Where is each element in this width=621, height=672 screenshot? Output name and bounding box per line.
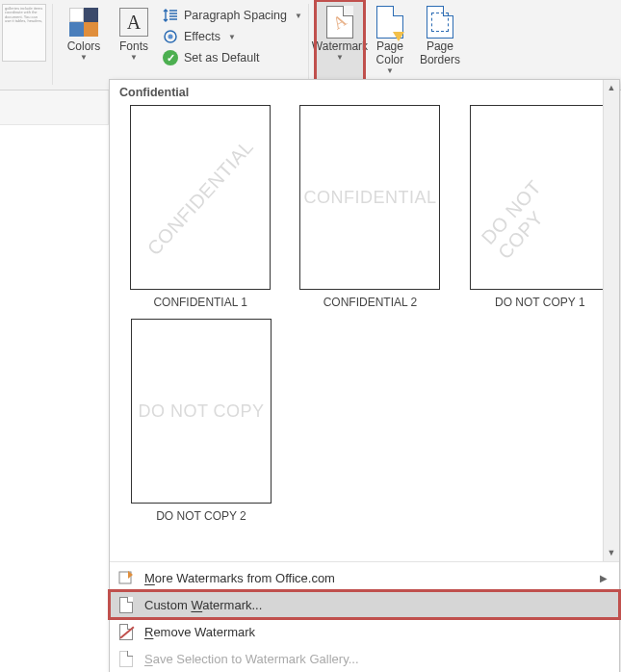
effects-button[interactable]: Effects ▼	[163, 29, 302, 44]
watermark-caption: CONFIDENTIAL 1	[153, 296, 247, 309]
chevron-down-icon: ▼	[295, 12, 302, 20]
separator	[308, 4, 309, 85]
set-as-default-button[interactable]: ✓ Set as Default	[163, 50, 302, 65]
remove-watermark-item[interactable]: Remove Watermark	[110, 618, 619, 645]
chevron-down-icon: ▼	[228, 33, 236, 41]
remove-icon	[117, 623, 135, 640]
page-borders-icon	[427, 6, 453, 39]
save-to-gallery-item: Save Selection to Watermark Gallery...	[110, 645, 619, 672]
scrollbar[interactable]: ▲ ▼	[603, 80, 619, 561]
svg-point-1	[168, 35, 173, 39]
colors-button[interactable]: Colors ▼	[59, 0, 109, 85]
watermark-preset-donotcopy-2[interactable]: DO NOT COPY DO NOT COPY 2	[129, 319, 273, 523]
menu-label: Custom Watermark...	[144, 598, 262, 612]
fonts-icon: A	[119, 8, 148, 37]
effects-icon	[163, 29, 178, 44]
watermark-caption: DO NOT COPY 2	[156, 509, 246, 523]
colors-icon	[69, 8, 98, 37]
watermark-thumb: DO NOT COPY	[470, 105, 610, 290]
watermark-thumb: DO NOT COPY	[131, 319, 272, 504]
menu-label: More Watermarks from Office.com	[144, 571, 335, 585]
paragraph-spacing-label: Paragraph Spacing	[184, 9, 287, 22]
watermark-thumb: CONFIDENTIAL	[299, 105, 440, 290]
page-color-icon	[376, 6, 403, 39]
watermark-gallery: CONFIDENTIAL CONFIDENTIAL 1 CONFIDENTIAL…	[110, 103, 619, 561]
submenu-arrow-icon: ▶	[600, 573, 608, 583]
scroll-down-icon[interactable]: ▼	[604, 545, 619, 561]
page-icon	[117, 596, 135, 613]
watermark-icon: A	[326, 6, 353, 39]
colors-label: Colors	[67, 40, 101, 54]
menu-label: Save Selection to Watermark Gallery...	[144, 652, 359, 666]
paragraph-spacing-button[interactable]: Paragraph Spacing ▼	[163, 8, 302, 23]
page-borders-button[interactable]: Page Borders	[415, 0, 465, 85]
gallery-category-header: Confidential	[110, 80, 619, 103]
watermark-caption: CONFIDENTIAL 2	[323, 296, 418, 309]
style-set-preview[interactable]: galleries include items coordinate with …	[2, 4, 46, 62]
watermark-caption: DO NOT COPY 1	[495, 296, 585, 309]
fonts-label: Fonts	[119, 40, 148, 54]
separator	[52, 4, 53, 85]
watermark-preset-donotcopy-1[interactable]: DO NOT COPY DO NOT COPY 1	[469, 105, 611, 309]
menu-label: Remove Watermark	[144, 625, 255, 639]
ribbon: galleries include items coordinate with …	[0, 0, 621, 90]
page-color-label: Page Color	[376, 40, 404, 67]
paragraph-spacing-icon	[163, 8, 178, 23]
effects-label: Effects	[184, 30, 220, 43]
save-icon	[117, 650, 135, 667]
page-color-button[interactable]: Page Color ▼	[365, 0, 415, 85]
watermark-thumb: CONFIDENTIAL	[130, 105, 271, 290]
fonts-button[interactable]: A Fonts ▼	[109, 0, 159, 85]
chevron-down-icon: ▼	[386, 66, 394, 75]
watermark-preset-confidential-2[interactable]: CONFIDENTIAL CONFIDENTIAL 2	[298, 105, 441, 309]
more-watermarks-item[interactable]: More Watermarks from Office.com ▶	[110, 564, 619, 591]
office-icon	[117, 569, 135, 586]
page-borders-label: Page Borders	[420, 40, 460, 67]
watermark-label: Watermark	[312, 40, 368, 54]
chevron-down-icon: ▼	[336, 53, 344, 62]
check-icon: ✓	[163, 50, 178, 65]
watermark-preset-confidential-1[interactable]: CONFIDENTIAL CONFIDENTIAL 1	[129, 105, 272, 309]
set-as-default-label: Set as Default	[184, 51, 260, 65]
watermark-menu: More Watermarks from Office.com ▶ Custom…	[110, 562, 619, 672]
ruler-gutter	[0, 90, 109, 125]
watermark-dropdown: Confidential CONFIDENTIAL CONFIDENTIAL 1…	[109, 79, 620, 672]
watermark-button[interactable]: A Watermark ▼	[315, 0, 365, 85]
chevron-down-icon: ▼	[80, 53, 88, 62]
chevron-down-icon: ▼	[130, 53, 138, 62]
scroll-up-icon[interactable]: ▲	[604, 80, 619, 96]
custom-watermark-item[interactable]: Custom Watermark...	[110, 591, 619, 618]
